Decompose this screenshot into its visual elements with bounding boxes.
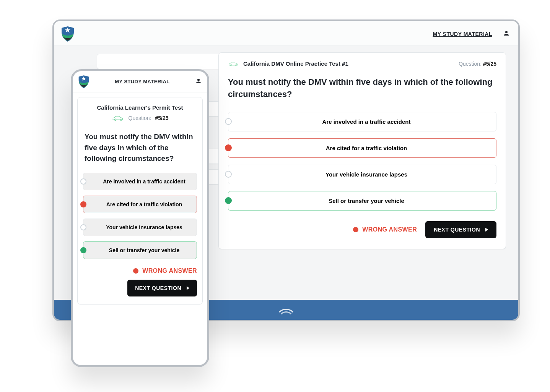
- question-card: California DMV Online Practice Test #1 Q…: [218, 52, 506, 249]
- answer-text: Are involved in a traffic accident: [322, 118, 411, 125]
- car-icon: [112, 115, 125, 121]
- answer-text: Your vehicle insurance lapses: [106, 224, 182, 230]
- brand: [61, 26, 75, 42]
- question-progress-count: #5/25: [483, 61, 496, 67]
- answer-text: Your vehicle insurance lapses: [325, 171, 407, 178]
- phone-question-label: Question:: [129, 115, 151, 121]
- brand-shield-icon: [78, 75, 89, 88]
- phone-question-text: You must notify the DMV within five days…: [85, 131, 195, 164]
- question-progress: Question: #5/25: [459, 61, 496, 67]
- question-actions: WRONG ANSWER NEXT QUESTION: [228, 221, 496, 238]
- desktop-topbar: MY STUDY MATERIAL: [54, 21, 518, 45]
- phone-topbar: MY STUDY MATERIAL: [73, 71, 207, 92]
- radio-dot-icon: [80, 247, 86, 253]
- radio-dot-icon: [225, 144, 232, 151]
- question-progress-label: Question:: [459, 61, 482, 67]
- test-title-text: California DMV Online Practice Test #1: [243, 60, 348, 67]
- topbar-actions: MY STUDY MATERIAL: [433, 30, 510, 38]
- answer-option[interactable]: Are involved in a traffic accident: [228, 112, 496, 131]
- user-icon[interactable]: [503, 30, 510, 38]
- answer-option-correct[interactable]: Sell or transfer your vehicle: [228, 191, 496, 211]
- wrong-answer-label: WRONG ANSWER: [142, 267, 197, 274]
- question-card-header: California DMV Online Practice Test #1 Q…: [228, 60, 496, 71]
- answer-option-wrong[interactable]: Are cited for a traffic violation: [228, 138, 496, 158]
- phone-answers-list: Are involved in a traffic accident Are c…: [83, 173, 197, 259]
- test-title: California DMV Online Practice Test #1: [228, 60, 348, 67]
- radio-dot-icon: [225, 171, 232, 178]
- radio-dot-icon: [80, 224, 86, 230]
- radio-dot-icon: [225, 197, 232, 204]
- brand-shield-icon: [61, 26, 75, 42]
- phone-device-frame: MY STUDY MATERIAL California Learner's P…: [71, 69, 209, 367]
- answers-list: Are involved in a traffic accident Are c…: [228, 112, 496, 211]
- answer-option[interactable]: Are involved in a traffic accident: [83, 173, 197, 190]
- nav-study-material[interactable]: MY STUDY MATERIAL: [115, 79, 169, 84]
- next-question-label: NEXT QUESTION: [434, 227, 480, 233]
- answer-text: Are cited for a traffic violation: [106, 201, 182, 207]
- radio-dot-icon: [80, 178, 86, 185]
- answer-text: Sell or transfer your vehicle: [329, 198, 404, 204]
- answer-option[interactable]: Your vehicle insurance lapses: [83, 219, 197, 236]
- phone-body: California Learner's Permit Test Questio…: [73, 92, 207, 311]
- wrong-dot-icon: [133, 268, 138, 274]
- answer-text: Are involved in a traffic accident: [103, 178, 186, 185]
- footer-arc-icon: [276, 309, 296, 321]
- chevron-right-icon: [187, 286, 189, 290]
- phone-test-title: California Learner's Permit Test: [83, 104, 197, 111]
- next-question-button[interactable]: NEXT QUESTION: [425, 221, 496, 238]
- chevron-right-icon: [485, 228, 488, 232]
- wrong-answer-badge: WRONG ANSWER: [353, 226, 417, 233]
- user-icon[interactable]: [195, 78, 202, 86]
- phone-question-progress: Question: #5/25: [83, 115, 197, 121]
- answer-text: Are cited for a traffic violation: [326, 145, 407, 151]
- wrong-dot-icon: [353, 227, 358, 232]
- radio-dot-icon: [225, 118, 232, 125]
- next-question-label: NEXT QUESTION: [135, 285, 181, 291]
- car-icon: [228, 61, 239, 67]
- wrong-answer-label: WRONG ANSWER: [362, 226, 417, 233]
- answer-text: Sell or transfer your vehicle: [109, 247, 179, 253]
- answer-option-wrong[interactable]: Are cited for a traffic violation: [83, 196, 197, 213]
- next-question-button[interactable]: NEXT QUESTION: [127, 280, 197, 296]
- question-text: You must notify the DMV within five days…: [228, 76, 496, 100]
- phone-question-actions: WRONG ANSWER NEXT QUESTION: [83, 267, 197, 296]
- radio-dot-icon: [80, 201, 86, 207]
- nav-study-material[interactable]: MY STUDY MATERIAL: [433, 31, 492, 37]
- phone-question-card: California Learner's Permit Test Questio…: [77, 97, 203, 305]
- phone-question-count: #5/25: [155, 115, 168, 121]
- answer-option-correct[interactable]: Sell or transfer your vehicle: [83, 241, 197, 259]
- background-card-strip: [97, 54, 223, 69]
- wrong-answer-badge: WRONG ANSWER: [133, 267, 197, 274]
- answer-option[interactable]: Your vehicle insurance lapses: [228, 165, 496, 184]
